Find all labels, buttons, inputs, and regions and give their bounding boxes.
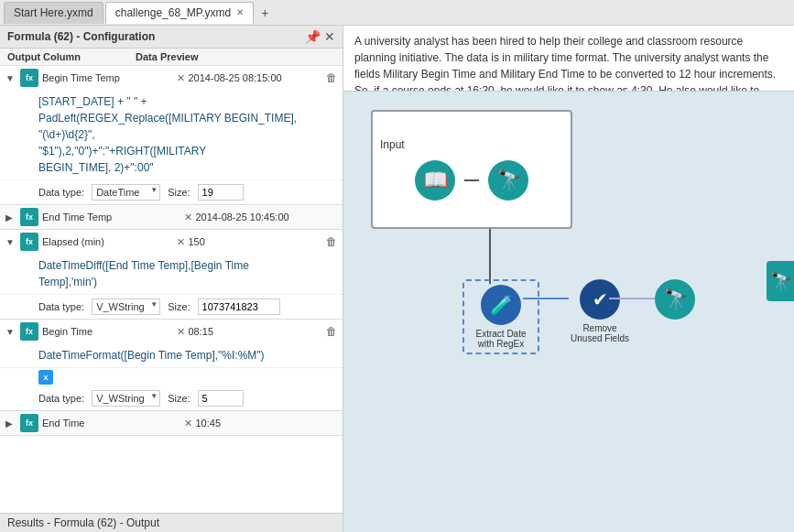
field-group-end-time: ▶ fx End Time ✕ 10:45 — [0, 411, 343, 436]
expand-begin-time[interactable]: ▼ — [5, 327, 20, 337]
fields-scroll[interactable]: ▼ fx Begin Time Temp ✕ 2014-08-25 08:15:… — [0, 66, 343, 513]
canvas-description: A university analyst has been hired to h… — [343, 26, 794, 92]
dt-size-label-elapsed: Size: — [168, 301, 190, 312]
right-panel: A university analyst has been hired to h… — [343, 26, 794, 532]
extract-node-selected[interactable]: 🧪 Extract Date with RegEx — [462, 279, 539, 354]
field-row-end-time-temp: ▶ fx End Time Temp ✕ 2014-08-25 10:45:00 — [0, 205, 343, 229]
field-group-end-time-temp: ▶ fx End Time Temp ✕ 2014-08-25 10:45:00 — [0, 205, 343, 230]
clear-elapsed[interactable]: ✕ — [177, 236, 185, 248]
type-icon-elapsed: fx — [20, 233, 38, 251]
left-panel: Formula (62) - Configuration 📌 ✕ Output … — [0, 26, 343, 532]
columns-header: Output Column Data Preview — [0, 49, 343, 66]
tab-start-here-label: Start Here.yxmd — [14, 6, 93, 19]
panel-header: Formula (62) - Configuration 📌 ✕ — [0, 26, 343, 49]
field-name-elapsed[interactable]: Elapsed (min) — [42, 236, 177, 247]
book-node[interactable]: 📖 — [415, 160, 455, 201]
delete-elapsed[interactable]: 🗑 — [326, 235, 337, 248]
field-row-begin-time: ▼ fx Begin Time ✕ 08:15 🗑 — [0, 320, 343, 343]
canvas-area[interactable]: Input 📖 🔭 🧪 — [343, 92, 794, 506]
expand-begin-time-temp[interactable]: ▼ — [5, 73, 20, 83]
input-container: Input 📖 🔭 — [371, 110, 572, 229]
field-row-elapsed: ▼ fx Elapsed (min) ✕ 150 🗑 — [0, 230, 343, 254]
canvas-description-text: A university analyst has been hired to h… — [354, 35, 776, 92]
dt-label-begin-time: Data type: — [38, 393, 84, 404]
close-panel-icon[interactable]: ✕ — [324, 29, 335, 44]
remove-icon: ✔ — [580, 279, 620, 320]
field-value-elapsed: 150 — [189, 236, 323, 247]
tab-add-button[interactable]: + — [256, 4, 274, 22]
clear-end-time[interactable]: ✕ — [184, 418, 192, 429]
field-group-begin-time: ▼ fx Begin Time ✕ 08:15 🗑 DateTimeFormat… — [0, 320, 343, 411]
tab-bar: Start Here.yxmd challenge_68_MP.yxmd ✕ + — [0, 0, 794, 26]
col-preview-header: Data Preview — [136, 51, 335, 62]
input-label: Input — [373, 138, 405, 151]
formula-begin-time-temp[interactable]: [START_DATE] + " " +PadLeft(REGEX_Replac… — [0, 90, 343, 180]
expand-end-time-temp[interactable]: ▶ — [5, 212, 20, 223]
tab-start-here[interactable]: Start Here.yxmd — [4, 2, 103, 24]
binoculars2-node[interactable]: 🔭 — [655, 279, 695, 320]
delete-begin-time-temp[interactable]: 🗑 — [326, 71, 337, 84]
edge-node[interactable]: 🔭 — [767, 261, 794, 301]
dt-size-label-begin-time-temp: Size: — [168, 187, 190, 198]
dt-type-select-begin-time[interactable]: V_WString DateTime String — [92, 390, 160, 407]
expand-end-time[interactable]: ▶ — [5, 418, 20, 429]
field-group-begin-time-temp: ▼ fx Begin Time Temp ✕ 2014-08-25 08:15:… — [0, 66, 343, 205]
clear-begin-time[interactable]: ✕ — [177, 326, 185, 338]
dt-label-begin-time-temp: Data type: — [38, 187, 84, 198]
pin-icon[interactable]: 📌 — [305, 29, 321, 44]
field-value-end-time-temp: 2014-08-25 10:45:00 — [196, 212, 338, 223]
dt-type-wrap-elapsed: V_WString DateTime String — [92, 299, 160, 315]
extract-icon: 🧪 — [481, 285, 521, 325]
book-icon: 📖 — [415, 160, 455, 201]
datatype-row-elapsed: Data type: V_WString DateTime String Siz… — [0, 295, 343, 319]
delete-begin-time[interactable]: 🗑 — [326, 325, 337, 338]
connector-remove-bino2 — [609, 298, 655, 299]
dt-type-select-begin-time-temp[interactable]: DateTime String V_WString — [92, 184, 160, 201]
dt-type-wrap-begin-time-temp: DateTime String V_WString — [92, 184, 160, 201]
connector-v1 — [489, 229, 491, 284]
field-name-end-time-temp[interactable]: End Time Temp — [42, 212, 184, 223]
dt-label-elapsed: Data type: — [38, 301, 84, 312]
formula-text-elapsed: DateTimeDiff([End Time Temp],[Begin Time… — [38, 259, 249, 288]
field-group-elapsed: ▼ fx Elapsed (min) ✕ 150 🗑 DateTimeDiff(… — [0, 230, 343, 320]
col-output-header: Output Column — [7, 51, 136, 62]
tab-challenge[interactable]: challenge_68_MP.yxmd ✕ — [105, 2, 255, 24]
icon-x1: X — [38, 370, 53, 385]
type-icon-begin-time: fx — [20, 322, 38, 341]
input-nodes: 📖 🔭 — [415, 160, 528, 201]
field-row-begin-time-temp: ▼ fx Begin Time Temp ✕ 2014-08-25 08:15:… — [0, 66, 343, 90]
field-name-end-time[interactable]: End Time — [42, 418, 184, 429]
tab-challenge-label: challenge_68_MP.yxmd — [115, 6, 232, 19]
dt-size-input-begin-time[interactable] — [198, 390, 244, 407]
type-icon-end-time: fx — [20, 414, 38, 432]
clear-begin-time-temp[interactable]: ✕ — [177, 72, 185, 84]
clear-end-time-temp[interactable]: ✕ — [184, 212, 192, 223]
dt-size-input-begin-time-temp[interactable] — [198, 184, 244, 201]
field-name-begin-time[interactable]: Begin Time — [42, 326, 177, 337]
binoculars2-icon: 🔭 — [655, 279, 695, 320]
tab-challenge-close[interactable]: ✕ — [236, 7, 244, 17]
datatype-row-begin-time-temp: Data type: DateTime String V_WString Siz… — [0, 180, 343, 204]
extract-node[interactable]: 🧪 Extract Date with RegEx — [468, 285, 534, 349]
field-value-begin-time-temp: 2014-08-25 08:15:00 — [189, 72, 323, 83]
binoculars1-node[interactable]: 🔭 — [488, 160, 528, 201]
type-icon-end-time-temp: fx — [20, 208, 38, 226]
formula-extra-icons: X — [0, 368, 343, 386]
dt-size-input-elapsed[interactable] — [198, 299, 280, 315]
connector-extract-remove — [523, 298, 569, 299]
field-value-begin-time: 08:15 — [189, 326, 323, 337]
panel-header-icons: 📌 ✕ — [305, 29, 335, 44]
main-content: Formula (62) - Configuration 📌 ✕ Output … — [0, 26, 794, 532]
remove-node[interactable]: ✔ Remove Unused Fields — [567, 279, 633, 343]
field-name-begin-time-temp[interactable]: Begin Time Temp — [42, 72, 177, 83]
status-bar: Results - Formula (62) - Output — [0, 513, 343, 532]
status-text: Results - Formula (62) - Output — [7, 516, 159, 529]
expand-elapsed[interactable]: ▼ — [5, 237, 20, 247]
formula-begin-time[interactable]: DateTimeFormat([Begin Time Temp],"%I:%M"… — [0, 343, 343, 368]
dt-type-wrap-begin-time: V_WString DateTime String — [92, 390, 160, 407]
connector-book-bino — [464, 179, 479, 181]
dt-type-select-elapsed[interactable]: V_WString DateTime String — [92, 299, 160, 315]
formula-elapsed[interactable]: DateTimeDiff([End Time Temp],[Begin Time… — [0, 254, 343, 295]
panel-title: Formula (62) - Configuration — [7, 30, 155, 43]
extract-label: Extract Date with RegEx — [468, 329, 534, 349]
